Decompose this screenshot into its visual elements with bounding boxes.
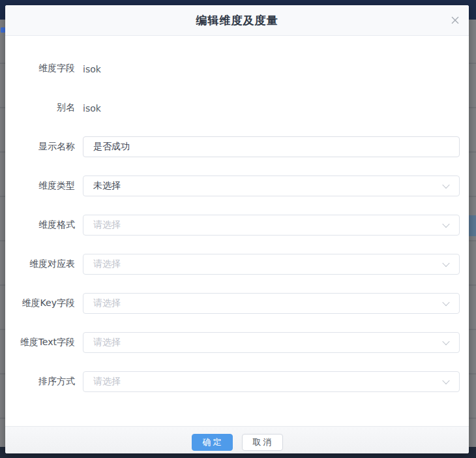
chevron-down-icon [442,299,449,306]
chevron-down-icon [442,260,449,267]
field-label: 维度Text字段 [5,337,75,348]
cancel-button[interactable]: 取消 [242,434,283,451]
background-right-fragment [469,215,476,236]
select-placeholder: 请选择 [93,219,121,231]
dialog-form: 维度字段isok别名isok显示名称维度类型未选择维度格式请选择维度对应表请选择… [5,36,469,431]
field-label: 维度类型 [5,180,75,192]
dialog-header: 编辑维度及度量 [5,5,469,36]
field: isok [83,63,460,75]
form-row: 维度Key字段请选择 [5,284,469,323]
edit-dimension-measure-dialog: 编辑维度及度量 维度字段isok别名isok显示名称维度类型未选择维度格式请选择… [5,5,469,453]
field: 请选择 [83,293,460,314]
static-value: isok [83,103,101,114]
select-value: 未选择 [93,180,121,192]
dialog-title: 编辑维度及度量 [196,13,278,28]
field [83,136,460,157]
chevron-down-icon [442,338,449,345]
select-placeholder: 请选择 [93,298,121,309]
field: 未选择 [83,176,460,196]
static-value: isok [83,64,101,74]
field-label: 别名 [5,102,75,114]
form-row: 维度格式请选择 [5,206,469,245]
form-row: 排序方式请选择 [5,362,469,401]
chevron-down-icon [442,181,449,189]
form-row: 维度Text字段请选择 [5,323,469,362]
field-label: 排序方式 [5,376,75,388]
confirm-button[interactable]: 确定 [192,434,233,451]
field: 请选择 [83,371,460,392]
form-row: 维度类型未选择 [5,166,469,206]
field-label: 维度对应表 [5,258,75,270]
select-dropdown[interactable]: 请选择 [83,371,460,392]
select-dropdown[interactable]: 未选择 [83,176,460,196]
field: isok [83,102,460,114]
display-name-input[interactable] [83,136,460,157]
select-placeholder: 请选择 [93,376,121,388]
field-label: 维度字段 [5,63,75,74]
form-row: 别名isok [5,88,469,127]
field: 请选择 [83,254,460,275]
background-left-fragment [1,27,5,33]
select-dropdown[interactable]: 请选择 [83,332,460,353]
select-placeholder: 请选择 [93,337,121,348]
select-dropdown[interactable]: 请选择 [83,215,460,236]
select-dropdown[interactable]: 请选择 [83,293,460,314]
field: 请选择 [83,215,460,236]
dialog-footer: 确定 取消 [5,426,469,453]
select-placeholder: 请选择 [93,258,121,270]
field: 请选择 [83,332,460,353]
field-label: 维度Key字段 [5,298,75,309]
field-label: 维度格式 [5,219,75,231]
form-row: 维度字段isok [5,49,469,88]
form-row: 显示名称 [5,127,469,166]
chevron-down-icon [442,221,449,228]
field-label: 显示名称 [5,141,75,153]
chevron-down-icon [442,377,449,384]
close-icon[interactable] [449,14,461,26]
form-row: 维度对应表请选择 [5,245,469,284]
select-dropdown[interactable]: 请选择 [83,254,460,275]
